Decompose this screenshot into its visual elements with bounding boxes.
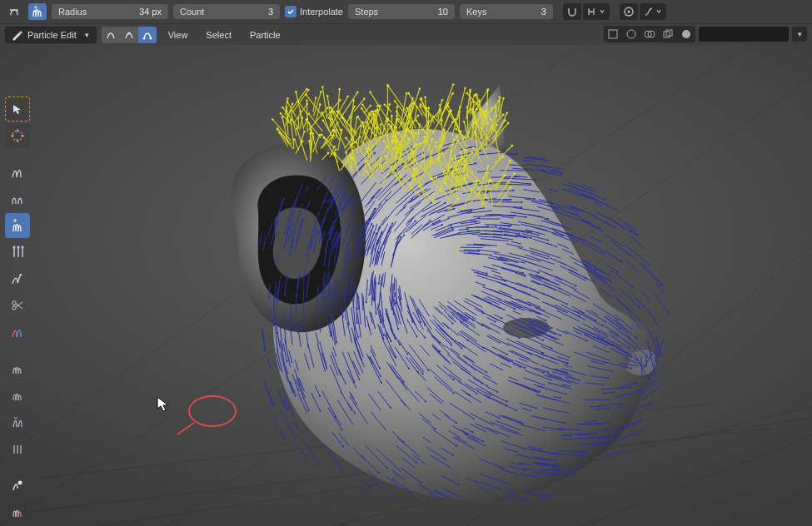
count-label: Count xyxy=(180,7,204,17)
svg-line-20 xyxy=(167,78,812,526)
svg-point-1 xyxy=(627,11,630,13)
floor-grid xyxy=(0,45,812,526)
menu-particle[interactable]: Particle xyxy=(243,27,287,43)
particle-add-brush-icon[interactable] xyxy=(28,3,47,20)
svg-point-2075 xyxy=(18,481,22,485)
keys-value: 3 xyxy=(541,7,546,17)
overlay-toggles xyxy=(604,26,695,42)
search-dropdown[interactable]: ▾ xyxy=(792,27,807,42)
mouse-pointer xyxy=(157,396,172,413)
overlay-icon[interactable] xyxy=(640,26,659,42)
radius-value: 34 px xyxy=(139,7,162,17)
mode-label: Particle Edit xyxy=(27,30,77,40)
tool-comb[interactable] xyxy=(5,160,30,185)
tool-select-box[interactable] xyxy=(5,97,30,122)
svg-rect-5 xyxy=(609,30,617,38)
tool-brush-6[interactable] xyxy=(5,499,30,524)
menu-select[interactable]: Select xyxy=(199,27,238,43)
tool-length[interactable] xyxy=(5,240,30,265)
shading-icon[interactable] xyxy=(677,26,695,42)
interpolate-checkbox-wrap: Interpolate xyxy=(285,6,343,17)
svg-point-2074 xyxy=(12,301,16,305)
svg-point-2073 xyxy=(12,306,16,310)
svg-line-19 xyxy=(0,45,750,526)
select-mode-tip[interactable] xyxy=(138,27,157,43)
svg-line-16 xyxy=(333,406,812,526)
tool-brush-3[interactable] xyxy=(5,409,30,434)
svg-line-13 xyxy=(42,403,716,478)
draw-icon xyxy=(11,29,22,41)
interpolate-checkbox[interactable] xyxy=(285,6,296,17)
select-mode-path[interactable] xyxy=(102,27,120,43)
select-mode-point[interactable] xyxy=(120,27,138,43)
select-mode-toggle xyxy=(102,27,157,43)
tool-settings-bar: Radius 34 px Count 3 Interpolate Steps 1… xyxy=(0,0,812,23)
radius-label: Radius xyxy=(58,7,87,17)
svg-point-11 xyxy=(682,30,690,38)
radius-field[interactable]: Radius 34 px xyxy=(52,4,168,19)
proportional-edit-icon[interactable] xyxy=(620,3,638,20)
svg-point-2 xyxy=(127,32,130,34)
steps-field[interactable]: Steps 10 xyxy=(348,4,455,19)
mode-dropdown[interactable]: Particle Edit ▾ xyxy=(5,27,97,43)
svg-point-6 xyxy=(627,30,635,38)
tool-cursor[interactable] xyxy=(5,123,30,148)
interpolate-label: Interpolate xyxy=(300,7,343,17)
svg-line-15 xyxy=(100,418,812,526)
constraint-mode-icon[interactable] xyxy=(5,3,23,20)
chevron-down-icon: ▾ xyxy=(85,31,89,39)
search-wrap xyxy=(699,27,789,42)
viewport-header-right: ▾ xyxy=(604,23,807,45)
viewport-3d[interactable] xyxy=(0,45,812,526)
keys-field[interactable]: Keys 3 xyxy=(460,4,553,19)
tool-brush-4[interactable] xyxy=(5,436,30,461)
tool-brush-2[interactable] xyxy=(5,383,30,408)
gizmo-icon[interactable] xyxy=(622,26,640,42)
snapping-group xyxy=(563,3,610,20)
menu-view[interactable]: View xyxy=(162,27,195,43)
count-field[interactable]: Count 3 xyxy=(173,4,280,19)
svg-line-18 xyxy=(0,45,583,461)
selectability-icon[interactable] xyxy=(604,26,622,42)
snap-type-dropdown[interactable] xyxy=(583,3,610,20)
magnet-icon[interactable] xyxy=(563,3,581,20)
svg-point-4 xyxy=(149,37,152,39)
svg-point-2072 xyxy=(22,246,24,249)
steps-value: 10 xyxy=(438,7,448,17)
tool-cut[interactable] xyxy=(5,293,30,318)
svg-line-21 xyxy=(466,245,812,526)
tool-add[interactable] xyxy=(5,213,30,238)
falloff-type-dropdown[interactable] xyxy=(640,3,666,20)
tool-smooth[interactable] xyxy=(5,186,30,211)
tool-brush-5[interactable] xyxy=(5,473,30,498)
keys-label: Keys xyxy=(466,7,486,17)
tool-brush-1[interactable] xyxy=(5,356,30,381)
tool-weight[interactable] xyxy=(5,320,30,345)
count-value: 3 xyxy=(268,7,273,17)
proportional-group xyxy=(620,3,666,20)
xray-icon[interactable] xyxy=(659,26,677,42)
svg-point-2071 xyxy=(17,246,20,249)
svg-point-2070 xyxy=(13,246,16,249)
tool-sidebar xyxy=(5,97,30,524)
steps-label: Steps xyxy=(355,7,378,17)
svg-line-17 xyxy=(583,435,812,526)
search-input[interactable] xyxy=(699,27,789,42)
tool-puff[interactable] xyxy=(5,266,30,291)
svg-point-3 xyxy=(142,37,145,39)
